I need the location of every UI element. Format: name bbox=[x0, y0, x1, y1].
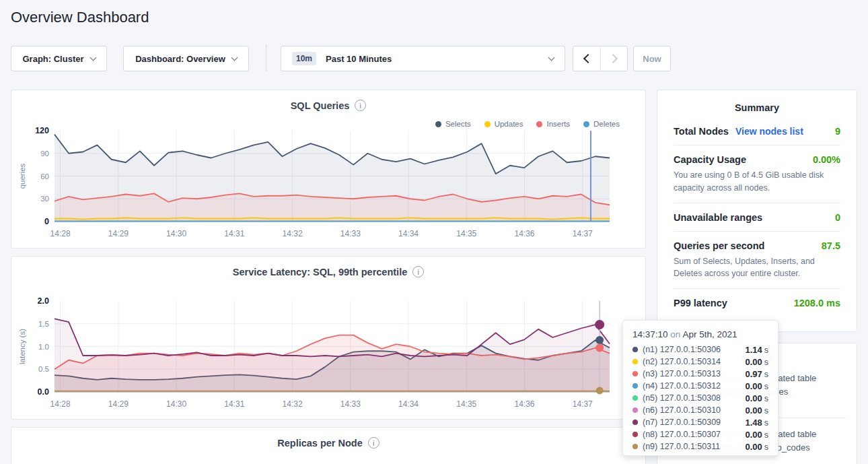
summary-value: 1208.0 ms bbox=[794, 298, 840, 308]
tooltip-node-row: (n9) 127.0.0.1:503110.00s bbox=[632, 440, 768, 453]
node-address: (n1) 127.0.0.1:50306 bbox=[643, 345, 740, 354]
summary-value: 0 bbox=[835, 212, 840, 223]
svg-text:14:35: 14:35 bbox=[456, 399, 476, 409]
info-icon[interactable]: i bbox=[368, 437, 379, 449]
node-address: (n8) 127.0.0.1:50307 bbox=[643, 430, 740, 439]
latency-unit: s bbox=[764, 345, 768, 355]
tooltip-node-row: (n8) 127.0.0.1:503070.00s bbox=[632, 428, 768, 440]
tooltip-node-row: (n4) 127.0.0.1:503120.00s bbox=[632, 380, 768, 392]
svg-text:14:33: 14:33 bbox=[340, 229, 361, 238]
svg-text:14:30: 14:30 bbox=[166, 229, 186, 238]
svg-text:14:34: 14:34 bbox=[398, 229, 419, 238]
dashboard-dropdown[interactable]: Dashboard: Overview bbox=[123, 46, 249, 71]
tooltip-node-row: (n6) 127.0.0.1:503100.00s bbox=[632, 404, 768, 416]
tooltip-node-row: (n1) 127.0.0.1:503061.14s bbox=[632, 343, 768, 356]
summary-row-p99-latency: P99 latency1208.0 ms bbox=[674, 289, 840, 317]
svg-text:0.5: 0.5 bbox=[38, 365, 49, 373]
chevron-left-icon bbox=[583, 54, 593, 63]
summary-label: P99 latency bbox=[674, 298, 727, 308]
svg-text:2.0: 2.0 bbox=[38, 296, 49, 306]
chevron-down-icon bbox=[231, 55, 238, 61]
tooltip-timestamp: 14:37:10 on Apr 5th, 2021 bbox=[632, 329, 768, 339]
service-latency-chart[interactable]: 14:2814:2914:3014:3114:3214:3314:3414:35… bbox=[11, 294, 647, 422]
now-button[interactable]: Now bbox=[633, 46, 671, 71]
svg-text:14:28: 14:28 bbox=[50, 229, 71, 238]
time-range-label: Past 10 Minutes bbox=[326, 54, 392, 64]
svg-text:14:31: 14:31 bbox=[224, 229, 244, 238]
svg-text:14:32: 14:32 bbox=[283, 399, 303, 409]
svg-text:30: 30 bbox=[40, 195, 49, 203]
info-icon[interactable]: i bbox=[355, 100, 366, 111]
node-address: (n6) 127.0.0.1:50310 bbox=[643, 405, 740, 415]
summary-title: Summary bbox=[674, 102, 840, 113]
summary-row-unavailable-ranges: Unavailable ranges0 bbox=[674, 203, 840, 232]
summary-description: You are using 0 B of 4.5 GiB usable disk… bbox=[674, 169, 840, 195]
summary-label: Total Nodes bbox=[674, 126, 729, 137]
sql-queries-card: SQL Queries i SelectsUpdatesInsertsDelet… bbox=[11, 90, 646, 248]
node-latency-value: 0.00s bbox=[745, 381, 768, 391]
sql-queries-title: SQL Queries bbox=[291, 100, 350, 111]
node-address: (n7) 127.0.0.1:50309 bbox=[643, 418, 740, 427]
tooltip-node-row: (n3) 127.0.0.1:503130.97s bbox=[632, 368, 768, 380]
svg-text:1.0: 1.0 bbox=[38, 343, 49, 351]
svg-text:14:35: 14:35 bbox=[456, 229, 476, 238]
node-latency-value: 0.00s bbox=[745, 393, 768, 403]
node-address: (n5) 127.0.0.1:50308 bbox=[643, 393, 740, 403]
summary-row-queries-per-second: Queries per second87.5Sum of Selects, Up… bbox=[674, 232, 840, 290]
summary-value: 9 bbox=[835, 126, 840, 137]
page-title: Overview Dashboard bbox=[11, 9, 149, 26]
svg-text:14:29: 14:29 bbox=[108, 229, 129, 238]
previous-range-button[interactable] bbox=[573, 46, 600, 71]
node-latency-value: 1.48s bbox=[745, 418, 768, 428]
summary-row-total-nodes: Total NodesView nodes list9 bbox=[674, 117, 840, 145]
next-range-button[interactable] bbox=[600, 46, 627, 71]
chevron-down-icon bbox=[89, 55, 96, 61]
svg-text:latency (s): latency (s) bbox=[18, 329, 26, 364]
graph-scope-label: Graph: Cluster bbox=[22, 54, 83, 64]
replicas-per-node-card: Replicas per Node i bbox=[11, 427, 646, 464]
node-color-dot bbox=[632, 432, 638, 437]
svg-text:60: 60 bbox=[40, 172, 49, 180]
node-latency-value: 0.97s bbox=[745, 369, 768, 379]
latency-unit: s bbox=[764, 430, 768, 440]
tooltip-node-row: (n5) 127.0.0.1:503080.00s bbox=[632, 392, 768, 404]
node-color-dot bbox=[632, 420, 638, 425]
time-range-badge: 10m bbox=[292, 52, 316, 65]
svg-text:14:34: 14:34 bbox=[398, 399, 419, 409]
node-color-dot bbox=[632, 383, 638, 389]
service-latency-title: Service Latency: SQL, 99th percentile bbox=[233, 267, 408, 277]
sql-queries-chart[interactable]: 14:2814:2914:3014:3114:3214:3314:3414:35… bbox=[11, 124, 647, 251]
dashboard-label: Dashboard: Overview bbox=[135, 54, 225, 64]
latency-unit: s bbox=[764, 382, 768, 391]
chart-hover-tooltip: 14:37:10 on Apr 5th, 2021 (n1) 127.0.0.1… bbox=[622, 320, 779, 456]
svg-text:120: 120 bbox=[35, 126, 49, 135]
toolbar-divider bbox=[266, 44, 266, 71]
node-color-dot bbox=[632, 347, 638, 352]
time-range-dropdown[interactable]: 10m Past 10 Minutes bbox=[281, 46, 565, 71]
svg-text:14:37: 14:37 bbox=[573, 399, 593, 409]
latency-unit: s bbox=[764, 358, 768, 367]
view-nodes-list-link[interactable]: View nodes list bbox=[735, 126, 803, 137]
summary-label: Capacity Usage bbox=[674, 154, 746, 165]
node-latency-value: 1.14s bbox=[745, 345, 768, 355]
info-icon[interactable]: i bbox=[412, 266, 424, 277]
latency-unit: s bbox=[764, 406, 768, 416]
node-address: (n9) 127.0.0.1:50311 bbox=[643, 442, 740, 451]
svg-text:14:28: 14:28 bbox=[50, 399, 71, 409]
node-latency-value: 0.00s bbox=[745, 405, 768, 416]
svg-text:14:36: 14:36 bbox=[515, 399, 535, 409]
summary-value: 87.5 bbox=[822, 240, 840, 251]
tooltip-node-row: (n2) 127.0.0.1:503140.00s bbox=[632, 356, 768, 368]
node-color-dot bbox=[632, 395, 638, 401]
node-color-dot bbox=[632, 359, 638, 364]
replicas-per-node-title: Replicas per Node bbox=[277, 438, 363, 449]
node-color-dot bbox=[632, 371, 638, 376]
chevron-right-icon bbox=[608, 54, 617, 63]
summary-value: 0.00% bbox=[813, 154, 840, 165]
node-latency-value: 0.00s bbox=[745, 357, 768, 367]
svg-text:14:33: 14:33 bbox=[340, 399, 361, 409]
svg-text:14:36: 14:36 bbox=[515, 229, 535, 238]
node-address: (n2) 127.0.0.1:50314 bbox=[643, 357, 740, 366]
graph-scope-dropdown[interactable]: Graph: Cluster bbox=[11, 46, 107, 71]
latency-unit: s bbox=[764, 370, 768, 379]
